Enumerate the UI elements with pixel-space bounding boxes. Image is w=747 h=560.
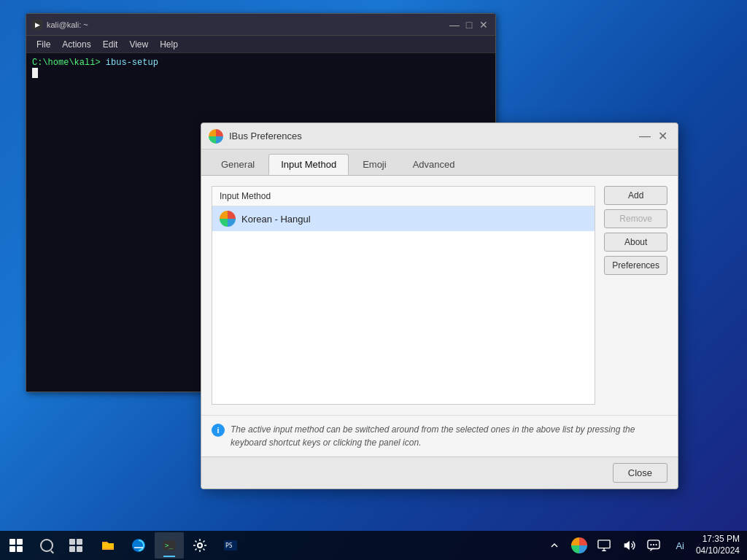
settings-icon [193,538,207,553]
display-icon [597,539,611,552]
terminal-titlebar: ▶ kali@kali: ~ — □ ✕ [26,14,495,36]
svg-rect-1 [77,539,82,545]
close-button[interactable]: Close [613,463,667,483]
svg-rect-0 [69,539,75,545]
svg-point-7 [198,543,202,548]
edge-browser-icon [131,538,146,553]
taskbar-browser[interactable] [124,532,153,559]
input-method-list: Input Method Korean - Hangul [212,186,595,405]
windows-start-icon [9,539,23,552]
powershell-icon: PS [223,538,238,553]
volume-icon [622,539,635,552]
tab-general[interactable]: General [209,154,267,175]
dialog-title: IBus Preferences [229,131,637,141]
dialog-controls: — ✕ [637,128,670,144]
ibus-logo-icon [209,129,223,144]
svg-point-13 [653,544,654,545]
terminal-menu-edit[interactable]: Edit [97,36,124,52]
taskbar-file-explorer[interactable] [93,532,123,559]
taskview-icon [69,538,83,553]
terminal-line-1: C:\home\kali> ibus-setup [32,58,489,68]
terminal-title-icon: ▶ [32,20,42,30]
info-bar: i The active input method can be switche… [201,415,678,456]
terminal-cursor [32,68,38,78]
svg-text:PS: PS [225,542,233,549]
terminal-close-button[interactable]: ✕ [478,19,489,31]
chevron-up-icon [550,541,559,550]
tab-bar: General Input Method Emoji Advanced [201,149,678,176]
svg-rect-2 [69,546,75,552]
svg-point-14 [656,544,657,545]
taskbar-clock[interactable]: 17:35 PM 04/10/2024 [689,531,747,560]
taskbar-settings[interactable] [185,532,214,559]
tray-display-icon[interactable] [592,531,616,560]
terminal-minimize-button[interactable]: — [449,19,460,31]
desktop: ▶ kali@kali: ~ — □ ✕ File Actions Edit V… [0,0,747,531]
start-button[interactable] [0,531,32,560]
dialog-footer: Close [201,456,678,489]
terminal-menu-view[interactable]: View [123,36,154,52]
taskbar-running-apps: >_ PS [90,532,248,559]
tray-chat-icon[interactable] [642,531,665,560]
side-buttons: Add Remove About Preferences [604,186,667,405]
svg-text:>_: >_ [165,542,173,549]
ai-copilot-label[interactable]: Ai [671,531,689,560]
dialog-minimize-button[interactable]: — [637,128,653,144]
info-icon: i [212,424,225,437]
terminal-menu-actions[interactable]: Actions [56,36,96,52]
list-item-label: Korean - Hangul [241,214,311,225]
ibus-preferences-dialog: IBus Preferences — ✕ General Input Metho… [201,122,678,489]
tab-advanced[interactable]: Advanced [400,154,468,175]
terminal-menubar: File Actions Edit View Help [26,36,495,53]
terminal-prompt: C:\home\kali> [32,58,101,68]
svg-point-12 [651,544,652,545]
chat-icon [647,539,660,552]
terminal-icon: >_ [162,538,177,553]
terminal-menu-help[interactable]: Help [154,36,184,52]
terminal-menu-file[interactable]: File [31,36,56,52]
clock-date: 04/10/2024 [696,545,740,557]
taskbar: >_ PS [0,531,747,560]
terminal-title: kali@kali: ~ [47,20,449,29]
clock-time: 17:35 PM [703,534,740,545]
search-icon [40,539,53,552]
taskbar-search-button[interactable] [32,531,61,560]
korean-hangul-icon [220,211,236,227]
taskbar-taskview-button[interactable] [61,531,90,560]
preferences-button[interactable]: Preferences [604,256,667,275]
list-item[interactable]: Korean - Hangul [212,206,595,231]
tab-input-method[interactable]: Input Method [268,154,349,175]
taskbar-terminal[interactable]: >_ [155,532,184,559]
dialog-titlebar: IBus Preferences — ✕ [201,123,678,149]
tray-audio-icon[interactable] [617,531,640,560]
terminal-command: ibus-setup [106,58,158,68]
taskbar-tray [537,531,671,560]
svg-rect-3 [77,546,82,552]
about-button[interactable]: About [604,233,667,252]
terminal-maximize-button[interactable]: □ [463,19,475,31]
add-button[interactable]: Add [604,186,667,205]
svg-rect-10 [598,540,610,548]
terminal-line-2 [32,68,489,78]
dialog-content: Input Method Korean - Hangul Add Remove … [201,176,678,415]
terminal-controls: — □ ✕ [449,19,489,31]
tray-ibus-icon[interactable] [568,531,591,560]
taskbar-powershell[interactable]: PS [216,532,245,559]
dialog-close-button[interactable]: ✕ [654,128,670,144]
info-text: The active input method can be switched … [231,423,667,449]
remove-button[interactable]: Remove [604,209,667,228]
list-header: Input Method [212,187,595,206]
ibus-tray-icon [571,537,587,553]
tab-emoji[interactable]: Emoji [350,154,399,175]
folder-icon [101,538,115,553]
tray-hidden-icons-button[interactable] [543,531,566,560]
